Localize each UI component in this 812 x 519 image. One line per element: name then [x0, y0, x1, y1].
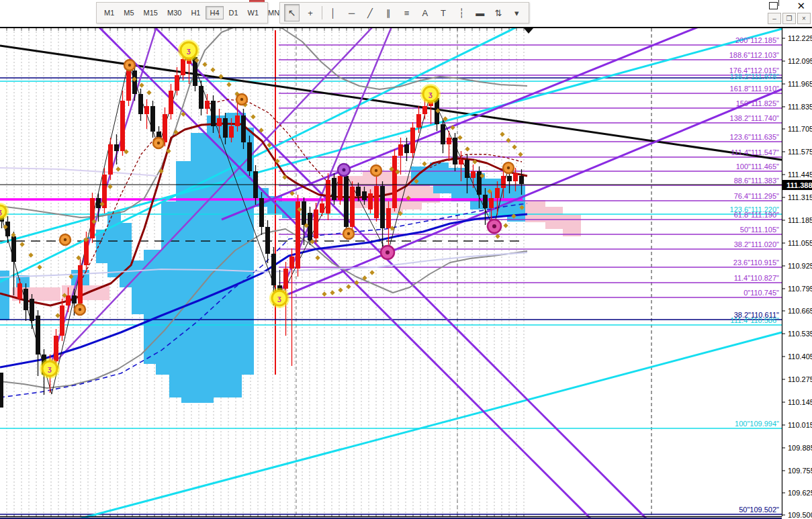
candle [495, 188, 500, 198]
candle [235, 115, 240, 126]
price-tick-label: 110.405 [788, 352, 812, 361]
candle [199, 86, 204, 109]
fib-level-label: 38.2"110.611" [734, 311, 779, 319]
candle [471, 171, 476, 178]
price-tick-label: 111.575 [788, 148, 812, 156]
fib-level-label: 200"112.185" [735, 36, 779, 44]
text-label-tool-icon[interactable]: T [435, 4, 451, 21]
cursor-tool-icon[interactable]: ↖ [284, 4, 300, 21]
candle [114, 144, 119, 151]
price-tick-label: 110.275 [788, 375, 812, 383]
price-tick-label: 112.095 [788, 57, 812, 65]
candle [392, 156, 397, 208]
svg-text:ʒ: ʒ [428, 90, 433, 98]
candle [30, 299, 34, 321]
price-tick-label: 111.965 [788, 80, 812, 88]
chart-canvas[interactable]: ʒʒʒʒʒ112.225112.095111.965111.835111.705… [0, 27, 812, 519]
candle [181, 59, 185, 75]
candle [144, 106, 149, 114]
candle [24, 289, 28, 310]
price-tick-label: 111.055 [788, 239, 812, 247]
fib-level-label: 161.8"111.910" [730, 85, 780, 93]
candle [36, 316, 40, 355]
candle [519, 176, 524, 184]
price-tick-label: 110.015 [788, 421, 812, 429]
svg-text:ʒ: ʒ [277, 294, 281, 302]
fibonacci-timezones-tool-icon[interactable]: ┆ [454, 4, 469, 21]
vertical-line-tool-icon[interactable]: │ [326, 4, 341, 21]
candle [362, 191, 367, 200]
candle [283, 269, 288, 289]
candle [229, 126, 234, 138]
candle [11, 236, 16, 262]
fibonacci-retracement-tool-icon[interactable]: ≡ [399, 4, 414, 21]
crosshair-tool-icon[interactable]: + [302, 4, 318, 21]
price-tick-label: 112.225 [788, 34, 812, 42]
restore-window-icon[interactable] [769, 2, 778, 9]
candle [404, 144, 409, 153]
restore-chart-button[interactable]: ❐ [782, 13, 796, 24]
timeframe-button-m30[interactable]: M30 [163, 6, 185, 19]
candle [169, 91, 173, 114]
close-chart-button[interactable]: × [797, 13, 811, 24]
fib-level-label: 123.6"111.220" [730, 205, 780, 214]
timeframe-button-h1[interactable]: H1 [187, 6, 204, 19]
candle [150, 106, 155, 132]
timeframe-button-d1[interactable]: D1 [225, 6, 242, 19]
price-tick-label: 111.445 [788, 171, 812, 179]
toolbar-separator [322, 6, 322, 19]
fib-level-label: 111.4"111.547" [731, 148, 779, 156]
price-tick-label: 111.705 [788, 125, 812, 133]
fib-level-label: 76.4"111.295" [734, 192, 779, 200]
candle [368, 193, 373, 209]
rectangle-tool-icon[interactable]: ▬ [472, 4, 488, 21]
candle [489, 198, 494, 208]
candle [108, 144, 113, 175]
candle [507, 176, 512, 181]
candle [302, 201, 306, 225]
trendline-tool-icon[interactable]: ╱ [362, 4, 377, 21]
price-tick-label: 110.145 [788, 398, 812, 406]
candle [289, 256, 294, 269]
candle [17, 283, 22, 299]
arrows-dropdown-icon[interactable]: ▾ [509, 4, 525, 21]
timeframe-button-h4[interactable]: H4 [206, 6, 223, 19]
candle [60, 305, 64, 336]
candle [96, 198, 101, 208]
candle [265, 227, 270, 254]
candle [5, 222, 10, 236]
timeframe-button-m5[interactable]: M5 [120, 6, 138, 19]
candle [410, 128, 415, 153]
timeframe-button-m1[interactable]: M1 [100, 6, 118, 19]
price-tick-label: 109.500 [788, 511, 812, 519]
fib-level-label: 11.4"110.827" [734, 274, 779, 282]
close-window-icon[interactable]: ✕ [797, 1, 805, 11]
price-tick-label: 110.795 [788, 285, 812, 293]
price-tick-label: 110.925 [788, 262, 812, 270]
fib-level-label: 100"109.994" [735, 420, 779, 428]
candle [175, 75, 179, 91]
main-window-buttons: ✕ [769, 1, 805, 11]
arrows-tool-icon[interactable]: ⇅ [490, 4, 506, 21]
price-tick-label: 109.755 [788, 467, 812, 475]
candle [54, 336, 58, 361]
price-tick-label: 109.885 [788, 444, 812, 452]
candle [90, 198, 95, 238]
candle [398, 144, 403, 156]
fib-level-label: 23.6"110.915" [733, 258, 779, 267]
candle [259, 198, 264, 227]
horizontal-line-tool-icon[interactable]: ─ [344, 4, 359, 21]
fib-level-label: 188.6"112.103" [729, 51, 779, 59]
price-tick-label: 110.665 [788, 307, 812, 315]
drawing-tools-toolbar: ↖+│─╱∥≡AT┆▬⇅▾ [279, 2, 529, 23]
timeframe-button-m15[interactable]: M15 [140, 6, 162, 19]
candle [356, 187, 361, 196]
svg-text:ʒ: ʒ [187, 46, 191, 54]
price-tick-label: 111.185 [788, 216, 812, 224]
minimize-chart-button[interactable]: – [768, 13, 781, 24]
timeframe-button-w1[interactable]: W1 [244, 6, 263, 19]
equidistant-channel-tool-icon[interactable]: ∥ [380, 4, 396, 21]
text-tool-icon[interactable]: A [417, 4, 433, 21]
svg-text:ʒ: ʒ [48, 365, 52, 373]
candle [441, 124, 445, 144]
